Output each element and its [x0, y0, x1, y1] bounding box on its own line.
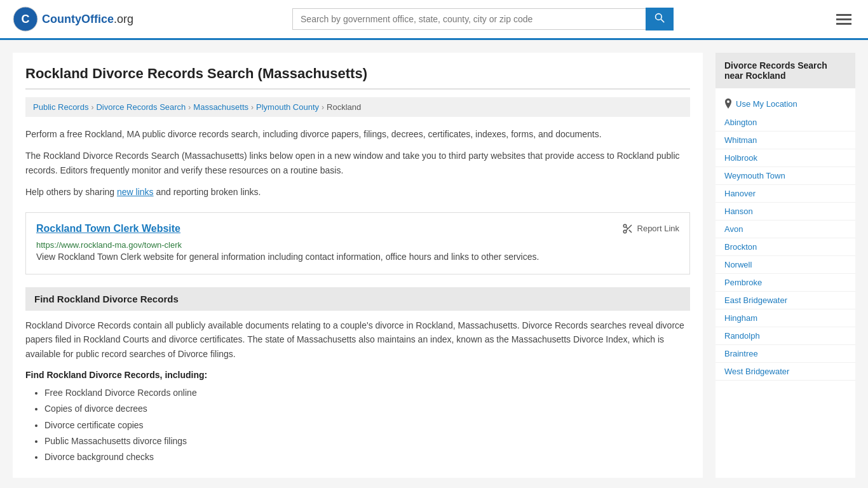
list-item: Copies of divorce decrees: [44, 401, 690, 417]
logo-text: CountyOffice.org: [42, 13, 133, 26]
record-card-header: Rockland Town Clerk Website Report Link: [36, 223, 679, 234]
find-records-body: Rockland Divorce Records contain all pub…: [25, 318, 690, 361]
sidebar-item[interactable]: West Bridgewater: [715, 363, 855, 381]
find-records-list: Free Rockland Divorce Records onlineCopi…: [25, 385, 690, 465]
svg-point-2: [656, 14, 662, 20]
svg-point-9: [727, 100, 729, 103]
main-container: Rockland Divorce Records Search (Massach…: [0, 40, 868, 488]
list-item: Divorce background checks: [44, 449, 690, 465]
breadcrumb: Public Records › Divorce Records Search …: [25, 97, 690, 117]
record-url[interactable]: https://www.rockland-ma.gov/town-clerk: [36, 240, 182, 250]
breadcrumb-plymouth-county[interactable]: Plymouth County: [256, 102, 319, 112]
breadcrumb-sep-2: ›: [188, 103, 191, 112]
svg-line-7: [628, 229, 631, 232]
svg-text:C: C: [22, 13, 30, 25]
sidebar-item[interactable]: Whitman: [715, 132, 855, 149]
breadcrumb-rockland: Rockland: [327, 102, 361, 112]
description-1: Perform a free Rockland, MA public divor…: [25, 127, 690, 141]
sidebar-item[interactable]: Avon: [715, 220, 855, 238]
list-item: Public Massachusetts divorce filings: [44, 433, 690, 449]
hamburger-menu-button[interactable]: [832, 10, 855, 29]
use-location-link[interactable]: Use My Location: [715, 93, 855, 114]
search-button[interactable]: [646, 8, 674, 30]
sidebar-item[interactable]: Brockton: [715, 238, 855, 256]
list-item: Divorce certificate copies: [44, 417, 690, 433]
logo: C CountyOffice.org: [13, 6, 133, 32]
search-icon: [654, 13, 665, 23]
svg-line-8: [626, 227, 628, 229]
new-links-link[interactable]: new links: [117, 187, 154, 197]
sidebar: Divorce Records Search near Rockland Use…: [715, 53, 855, 478]
sidebar-item[interactable]: Abington: [715, 114, 855, 132]
report-link-label: Report Link: [637, 224, 679, 233]
svg-line-3: [661, 19, 664, 22]
description-2: The Rockland Divorce Records Search (Mas…: [25, 149, 690, 177]
menu-line-3: [836, 23, 851, 25]
sidebar-item[interactable]: Braintree: [715, 345, 855, 363]
page-header: C CountyOffice.org: [0, 0, 868, 40]
description-3: Help others by sharing new links and rep…: [25, 185, 690, 199]
breadcrumb-massachusetts[interactable]: Massachusetts: [193, 102, 248, 112]
list-item: Free Rockland Divorce Records online: [44, 385, 690, 401]
search-input[interactable]: [292, 8, 646, 30]
record-card: Rockland Town Clerk Website Report Link …: [25, 212, 690, 274]
svg-point-4: [623, 224, 627, 227]
sidebar-links-container: AbingtonWhitmanHolbrookWeymouth TownHano…: [715, 114, 855, 381]
sidebar-item[interactable]: Hanover: [715, 185, 855, 203]
search-bar: [292, 8, 674, 30]
main-content: Rockland Divorce Records Search (Massach…: [13, 53, 703, 478]
report-link-button[interactable]: Report Link: [622, 223, 679, 234]
sidebar-item[interactable]: Hanson: [715, 203, 855, 220]
breadcrumb-divorce-records[interactable]: Divorce Records Search: [96, 102, 186, 112]
breadcrumb-sep-3: ›: [251, 103, 254, 112]
find-records-subheading: Find Rockland Divorce Records, including…: [25, 370, 690, 380]
use-location-label: Use My Location: [736, 99, 797, 109]
record-description: View Rockland Town Clerk website for gen…: [36, 250, 679, 264]
sidebar-item[interactable]: Hingham: [715, 309, 855, 327]
menu-line-2: [836, 18, 851, 20]
find-records-header: Find Rockland Divorce Records: [25, 287, 690, 311]
record-title[interactable]: Rockland Town Clerk Website: [36, 223, 180, 234]
svg-point-5: [623, 230, 627, 233]
menu-line-1: [836, 14, 851, 16]
sidebar-item[interactable]: Pembroke: [715, 274, 855, 292]
sidebar-item[interactable]: Randolph: [715, 327, 855, 345]
sidebar-header: Divorce Records Search near Rockland: [715, 53, 855, 88]
location-pin-icon: [724, 98, 732, 109]
scissors-icon: [622, 223, 634, 234]
page-title: Rockland Divorce Records Search (Massach…: [25, 65, 690, 90]
logo-icon: C: [13, 6, 38, 32]
sidebar-item[interactable]: East Bridgewater: [715, 292, 855, 309]
sidebar-item[interactable]: Norwell: [715, 256, 855, 274]
breadcrumb-public-records[interactable]: Public Records: [33, 102, 88, 112]
sidebar-item[interactable]: Weymouth Town: [715, 167, 855, 185]
sidebar-item[interactable]: Holbrook: [715, 149, 855, 167]
breadcrumb-sep-1: ›: [91, 103, 93, 112]
breadcrumb-sep-4: ›: [322, 103, 324, 112]
